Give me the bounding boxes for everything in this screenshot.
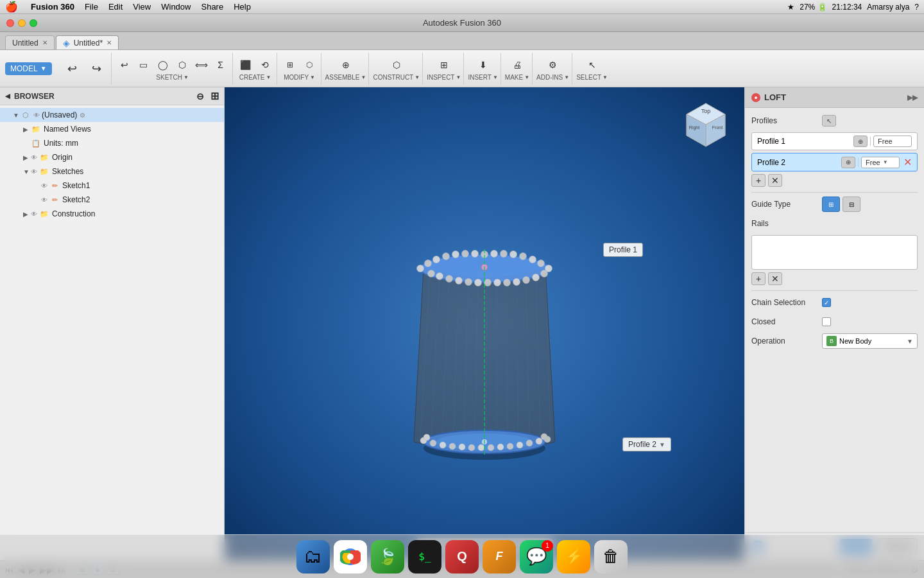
tab-untitled-modified[interactable]: ◈ Untitled* ✕	[56, 35, 119, 49]
tree-icon-named-views: 📁	[31, 124, 41, 134]
view-cube[interactable]: Top Front Right	[680, 100, 732, 152]
svg-point-48	[472, 250, 479, 258]
toolbar-redo[interactable]: ↪	[85, 57, 108, 80]
dock-chrome-wrapper	[334, 540, 367, 574]
tab-close-2[interactable]: ✕	[107, 39, 112, 46]
profile2-label-box[interactable]: Profile 2 ▼	[622, 437, 671, 451]
dock-fusion[interactable]: F	[483, 540, 516, 574]
dock-norton[interactable]: ⚡	[557, 540, 590, 574]
insert-label: INSERT ▼	[468, 74, 497, 81]
tree-label-sketches: Sketches	[52, 167, 83, 176]
maximize-button[interactable]	[30, 19, 37, 27]
remove-rail-btn[interactable]: ✕	[768, 272, 782, 285]
menubar-time: 21:12:34	[832, 3, 862, 12]
profile2-dropdown-icon[interactable]: ▼	[659, 441, 665, 448]
profile1-label-box[interactable]: Profile 1	[603, 243, 643, 257]
toolbar-addins[interactable]: ⚙	[544, 56, 562, 74]
profiles-selector-btn[interactable]: ↖	[822, 115, 918, 127]
guide-type-center-btn[interactable]: ⊟	[843, 197, 860, 212]
toolbar-insert-section: ⬇ INSERT ▼	[465, 53, 501, 85]
toolbar-make[interactable]: 🖨	[508, 56, 526, 74]
closed-checkbox[interactable]	[822, 317, 831, 326]
profile1-row[interactable]: Profile 1 ⊕ Free	[751, 132, 918, 150]
menu-share[interactable]: Share	[201, 2, 223, 12]
menubar-help[interactable]: ?	[914, 3, 919, 12]
loft-expand-btn[interactable]: ▸▸	[907, 91, 918, 103]
tree-item-construction[interactable]: ▶ 👁 📁 Construction	[0, 207, 224, 221]
dock-qleap[interactable]: Q	[445, 540, 479, 574]
toolbar-modify2[interactable]: ⬡	[300, 56, 318, 74]
svg-point-63	[484, 279, 492, 286]
svg-point-29	[468, 444, 475, 451]
tree-item-named-views[interactable]: ▶ 📁 Named Views	[0, 122, 224, 136]
minimize-button[interactable]	[18, 19, 26, 27]
browser-options[interactable]: ⊖	[196, 91, 204, 101]
profile1-target-icon[interactable]: ⊕	[853, 136, 868, 147]
tab-close-1[interactable]: ✕	[42, 39, 47, 46]
app-name[interactable]: Fusion 360	[31, 2, 74, 12]
toolbar-extrude[interactable]: ⬛	[237, 56, 255, 74]
close-button[interactable]	[6, 19, 14, 27]
toolbar-modify1[interactable]: ⊞	[281, 56, 299, 74]
profile2-target-icon[interactable]: ⊕	[841, 157, 855, 168]
dock-fusion-wrapper: F	[483, 540, 516, 574]
profile1-controls: ⊕ Free	[853, 136, 912, 147]
add-profile-btn[interactable]: +	[751, 174, 766, 187]
menu-help[interactable]: Help	[234, 2, 251, 12]
profile2-row[interactable]: Profile 2 ⊕ Free ▼ ✕	[751, 153, 918, 171]
guide-type-rails-btn[interactable]: ⊞	[822, 197, 840, 212]
tree-item-sketch1[interactable]: ▶ 👁 ✏ Sketch1	[0, 179, 224, 193]
add-rail-btn[interactable]: +	[751, 272, 766, 285]
toolbar-inspect[interactable]: ⊞	[435, 56, 453, 74]
dock-terminal[interactable]: $_	[408, 540, 441, 574]
dock-leaf[interactable]: 🍃	[371, 540, 404, 574]
toolbar-select[interactable]: ↖	[583, 56, 601, 74]
toolbar-rectangle[interactable]: ▭	[135, 56, 153, 74]
menu-edit[interactable]: Edit	[108, 2, 123, 12]
dock-leaf-wrapper: 🍃	[371, 540, 404, 574]
loft-panel: ● LOFT ▸▸ Profiles ↖ Profile 1 ⊕ Free	[744, 87, 924, 560]
rails-row: Rails	[751, 216, 918, 231]
toolbar-circle[interactable]: ◯	[154, 56, 172, 74]
toolbar-construct[interactable]: ⬡	[388, 56, 406, 74]
menu-window[interactable]: Window	[161, 2, 191, 12]
tree-item-origin[interactable]: ▶ 👁 📁 Origin	[0, 150, 224, 164]
menu-view[interactable]: View	[133, 2, 151, 12]
svg-point-66	[456, 277, 463, 285]
dock-trash[interactable]: 🗑	[594, 540, 628, 574]
toolbar-undo[interactable]: ↩	[61, 57, 84, 80]
tree-item-sketch2[interactable]: ▶ 👁 ✏ Sketch2	[0, 193, 224, 207]
tree-arrow-construction: ▶	[23, 211, 31, 218]
toolbar-modify-section: ⊞ ⬡ MODIFY ▼	[278, 53, 321, 85]
toolbar-sigma[interactable]: Σ	[212, 56, 230, 74]
chain-selection-checkbox[interactable]: ✓	[822, 298, 831, 307]
tree-item-units[interactable]: ▶ 📋 Units: mm	[0, 136, 224, 150]
menubar-user[interactable]: Amarsy alya	[867, 3, 909, 12]
toolbar-dimension[interactable]: ⟺	[193, 56, 210, 74]
settings-icon-unsaved[interactable]: ⚙	[80, 112, 85, 119]
dock-chrome[interactable]	[334, 540, 367, 574]
browser-toggle[interactable]: ◀	[5, 92, 10, 100]
menu-file[interactable]: File	[85, 2, 98, 12]
toolbar-insert[interactable]: ⬇	[474, 56, 492, 74]
toolbar-polygon[interactable]: ⬡	[173, 56, 191, 74]
model-selector[interactable]: MODEL ▼	[5, 62, 52, 75]
profile1-condition[interactable]: Free	[873, 136, 912, 147]
profile2-condition[interactable]: Free ▼	[861, 157, 900, 168]
toolbar-sketch-undo[interactable]: ↩	[116, 56, 133, 74]
toolbar-revolve[interactable]: ⟲	[256, 56, 274, 74]
remove-profile-btn[interactable]: ✕	[768, 174, 782, 187]
dock-finder[interactable]: 🗂	[296, 540, 330, 574]
tree-item-sketches[interactable]: ▼ 👁 📁 Sketches	[0, 164, 224, 179]
tree-icon-origin: 📁	[39, 152, 49, 162]
operation-select[interactable]: B New Body ▼	[822, 333, 918, 349]
browser-resize[interactable]: ⊞	[210, 90, 219, 102]
tree-item-unsaved[interactable]: ▼ ⬡ 👁 (Unsaved) ⚙	[0, 108, 224, 122]
profile2-remove-icon[interactable]: ✕	[903, 156, 912, 168]
viewport[interactable]: Top Front Right	[225, 87, 744, 560]
toolbar-construct-section: ⬡ CONSTRUCT ▼	[370, 53, 423, 85]
toolbar-assemble[interactable]: ⊕	[337, 56, 355, 74]
apple-menu[interactable]: 🍎	[5, 1, 18, 13]
tab-untitled[interactable]: Untitled ✕	[5, 35, 55, 49]
profiles-cursor-icon[interactable]: ↖	[822, 115, 836, 127]
